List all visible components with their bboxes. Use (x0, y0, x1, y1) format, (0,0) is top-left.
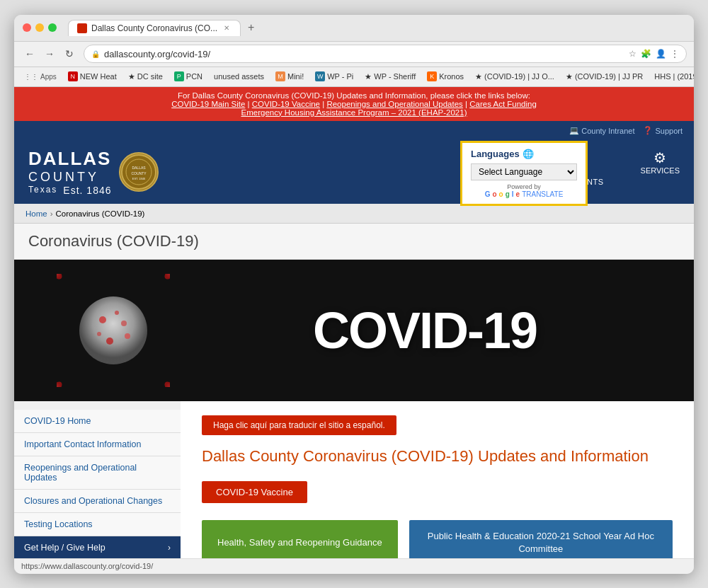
virus-illustration (57, 274, 170, 387)
traffic-lights (23, 23, 57, 32)
covid-main-site-link[interactable]: COVID-19 Main Site (171, 100, 245, 108)
status-url: https://www.dallascounty.org/covid-19/ (21, 562, 153, 570)
language-select[interactable]: Select Language (471, 163, 577, 180)
content-area: Haga clic aquí para traducir el sitio a … (181, 401, 694, 558)
support-icon: ❓ (643, 126, 653, 135)
sidebar-item-gethelp[interactable]: Get Help / Give Help › (14, 536, 181, 558)
language-section: Languages 🌐 Select Language Powered by G… (460, 141, 588, 206)
mini-bookmark[interactable]: M Mini! (271, 70, 308, 83)
logo-text: DALLAS COUNTY Texas Est. 1846 (28, 148, 112, 197)
svg-point-17 (97, 332, 101, 336)
wpsheriff-bookmark[interactable]: ★ WP - Sheriff (360, 71, 420, 83)
vaccine-button[interactable]: COVID-19 Vaccine (202, 481, 307, 503)
minimize-button[interactable] (35, 23, 44, 32)
svg-text:EST. 1846: EST. 1846 (132, 177, 145, 180)
hero-section: COVID-19 (14, 260, 694, 401)
extension-icon[interactable]: 🧩 (641, 49, 651, 59)
covid-jjo-bookmark[interactable]: ★ (COVID-19) | JJ O... (471, 71, 559, 83)
pcn-icon: P (174, 71, 184, 81)
services-nav[interactable]: ⚙ SERVICES (627, 141, 694, 204)
profile-icon[interactable]: 👤 (656, 49, 666, 59)
google-translate-logo: Google TRANSLATE (471, 190, 577, 198)
svg-point-11 (57, 379, 64, 387)
svg-point-16 (106, 338, 113, 345)
sidebar-item-covid-home[interactable]: COVID-19 Home (14, 410, 181, 433)
logo-area: DALLAS COUNTY Texas Est. 1846 DALLAS COU… (14, 141, 173, 204)
content-title: Dallas County Coronavirus (COVID-19) Upd… (202, 446, 673, 467)
cta-row: Health, Safety and Reopening Guidance Pu… (202, 520, 673, 558)
county-seal: DALLAS COUNTY EST. 1846 (119, 152, 159, 192)
page-title: Coronavirus (COVID-19) (28, 232, 680, 250)
reopenings-link[interactable]: Reopenings and Operational Updates (326, 100, 462, 108)
menu-icon[interactable]: ⋮ (670, 49, 679, 59)
breadcrumb-bar: Home › Coronavirus (COVID-19) (14, 204, 694, 224)
sidebar-item-testing[interactable]: Testing Locations (14, 513, 181, 536)
kronos-icon: K (427, 71, 437, 81)
newheat-icon: N (68, 71, 78, 81)
lock-icon: 🔒 (91, 50, 100, 58)
kronos-bookmark[interactable]: K Kronos (423, 70, 468, 83)
main-header: DALLAS COUNTY Texas Est. 1846 DALLAS COU… (14, 141, 694, 204)
logo-texas: Texas (28, 185, 57, 197)
new-tab-button[interactable]: + (244, 21, 258, 34)
hhs-bookmark[interactable]: HHS | (2019-CoV) (650, 71, 694, 82)
language-label: Languages 🌐 (471, 149, 577, 159)
public-health-committee-button[interactable]: Public Health & Education 2020-21 School… (409, 520, 673, 558)
logo-county: COUNTY (28, 170, 112, 185)
newheat-bookmark[interactable]: N NEW Heat (64, 70, 121, 83)
health-safety-button[interactable]: Health, Safety and Reopening Guidance (202, 520, 398, 558)
tab-favicon (77, 23, 87, 33)
home-breadcrumb[interactable]: Home (25, 209, 47, 218)
url-icons: ☆ 🧩 👤 ⋮ (629, 49, 679, 59)
refresh-button[interactable]: ↻ (61, 45, 78, 62)
svg-point-18 (125, 333, 130, 339)
tab-close-button[interactable]: ✕ (222, 23, 232, 33)
svg-point-7 (162, 274, 170, 282)
bookmarks-bar: ⋮⋮ Apps N NEW Heat ★ DC site P PCN unuse… (14, 67, 694, 87)
logo-est: Est. 1846 (63, 185, 111, 197)
sidebar-item-closures[interactable]: Closures and Operational Changes (14, 490, 181, 513)
spanish-translate-button[interactable]: Haga clic aquí para traducir el sitio a … (202, 415, 396, 435)
svg-point-14 (99, 316, 106, 323)
svg-text:DALLAS: DALLAS (132, 166, 146, 170)
bookmark-star-icon[interactable]: ☆ (629, 49, 636, 59)
apps-bookmark[interactable]: ⋮⋮ Apps (20, 71, 61, 82)
wp-icon: W (315, 71, 325, 81)
address-bar: ← → ↻ 🔒 dallascounty.org/covid-19/ ☆ 🧩 👤… (14, 42, 694, 67)
title-bar: Dallas County Coronavirus (CO... ✕ + (14, 15, 694, 42)
covid-jjpr-bookmark[interactable]: ★ (COVID-19) | JJ PR (561, 71, 647, 83)
close-button[interactable] (23, 23, 31, 32)
support-link[interactable]: ❓ Support (643, 126, 683, 135)
back-button[interactable]: ← (21, 45, 38, 62)
unused-bookmark[interactable]: unused assets (210, 71, 268, 82)
url-text: dallascounty.org/covid-19/ (104, 49, 624, 59)
sidebar-item-contact[interactable]: Important Contact Information (14, 433, 181, 456)
globe-icon: 🌐 (523, 149, 534, 159)
logo-dallas: DALLAS (28, 148, 112, 170)
svg-text:COUNTY: COUNTY (131, 171, 147, 175)
forward-button[interactable]: → (41, 45, 58, 62)
cares-link[interactable]: Cares Act Funding (469, 100, 537, 108)
sidebar: COVID-19 Home Important Contact Informat… (14, 401, 181, 558)
powered-by-label: Powered by (471, 183, 577, 190)
svg-point-15 (121, 321, 127, 326)
page-content: For Dallas County Coronavirus (COVID-19)… (14, 87, 694, 558)
chevron-right-icon: › (168, 543, 171, 553)
maximize-button[interactable] (48, 23, 57, 32)
covid-vaccine-link[interactable]: COVID-19 Vaccine (252, 100, 320, 108)
alert-line1: For Dallas County Coronavirus (COVID-19)… (23, 91, 685, 100)
pcn-bookmark[interactable]: P PCN (170, 70, 207, 83)
breadcrumb-separator: › (50, 209, 53, 218)
ehap-link[interactable]: Emergency Housing Assistance Program – 2… (241, 108, 467, 117)
status-bar: https://www.dallascounty.org/covid-19/ (14, 558, 694, 574)
tab-bar: Dallas County Coronavirus (CO... ✕ + (68, 20, 685, 36)
dcsite-bookmark[interactable]: ★ DC site (124, 71, 167, 83)
county-intranet-link[interactable]: 💻 County Intranet (569, 126, 634, 135)
mini-icon: M (275, 71, 285, 81)
sidebar-item-reopenings[interactable]: Reopenings and Operational Updates (14, 456, 181, 490)
browser-window: Dallas County Coronavirus (CO... ✕ + ← →… (14, 15, 694, 574)
wppi-bookmark[interactable]: W WP - Pi (311, 70, 358, 83)
active-tab[interactable]: Dallas County Coronavirus (CO... ✕ (68, 20, 241, 36)
url-bar[interactable]: 🔒 dallascounty.org/covid-19/ ☆ 🧩 👤 ⋮ (84, 45, 687, 63)
gear-icon: ⚙ (653, 149, 666, 166)
